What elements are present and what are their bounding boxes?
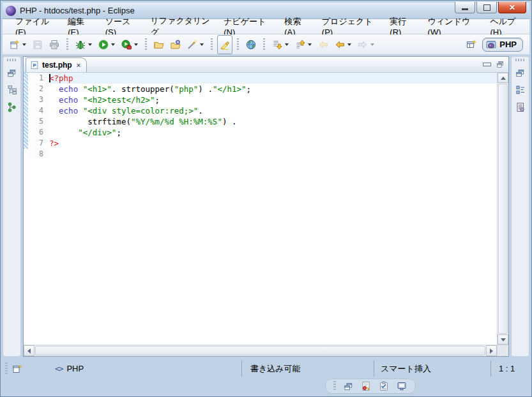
code-line[interactable]: 4 echo "<div style=color:red;>". <box>24 105 497 116</box>
web-browser-button[interactable] <box>243 35 259 54</box>
perspective-switcher: PHP <box>464 36 526 54</box>
forward-button[interactable] <box>355 35 377 54</box>
status-bar: <> PHP 書き込み可能 スマート挿入 1 : 1 <box>3 359 529 378</box>
previous-annotation-button[interactable] <box>293 35 314 54</box>
eclipse-window: PHP - htdocs/test.php - Eclipse ✕ ファイル(F… <box>0 0 532 397</box>
code-text: <?php <box>48 73 497 84</box>
code-line[interactable]: 5 strftime("%Y/%m/%d %H:%M:%S") . <box>24 116 497 127</box>
console-icon[interactable] <box>396 380 407 392</box>
save-icon <box>33 40 43 50</box>
code-line[interactable]: 1<?php <box>24 73 497 84</box>
horizontal-scrollbar[interactable] <box>24 345 497 356</box>
next-annotation-button[interactable] <box>270 35 291 54</box>
maximize-button[interactable] <box>476 2 497 13</box>
menu-bar: ファイル(F)編集(E)ソース(S)リファクタリングナビゲート(N)検索(A)プ… <box>3 19 529 34</box>
content-type-label: PHP <box>66 364 84 373</box>
external-tools-icon <box>121 40 132 50</box>
line-number: 1 <box>28 73 48 84</box>
dropdown-arrow-icon[interactable] <box>22 43 26 46</box>
horizontal-scroll-thumb[interactable] <box>35 346 485 356</box>
php-file-icon: P <box>30 61 39 70</box>
tab-label: test.php <box>42 61 72 70</box>
dropdown-arrow-icon[interactable] <box>347 43 351 46</box>
tasks-view-icon[interactable] <box>515 101 526 113</box>
dropdown-arrow-icon[interactable] <box>285 43 289 46</box>
tab-test-php[interactable]: P test.php × <box>26 57 87 72</box>
fast-view-icon[interactable] <box>11 363 23 375</box>
range-indicator <box>24 127 28 138</box>
php-perspective-button[interactable]: PHP <box>482 38 523 52</box>
outline-icon[interactable] <box>515 84 526 96</box>
tasks-icon[interactable] <box>378 380 390 392</box>
minimize-button[interactable] <box>455 2 475 13</box>
error-log-icon[interactable] <box>360 380 372 392</box>
range-indicator <box>24 73 28 84</box>
drag-handle[interactable] <box>515 59 526 61</box>
code-area[interactable]: 1<?php2 echo "<h1>". strtoupper("php") .… <box>24 73 497 345</box>
restore-views-icon[interactable] <box>6 67 18 79</box>
code-line[interactable]: 8 <box>24 149 497 160</box>
caret-position: 1 : 1 <box>499 364 515 373</box>
range-indicator <box>24 94 28 105</box>
mark-occurrences-button[interactable] <box>217 35 232 54</box>
toolbar-separator <box>66 38 68 51</box>
new-wizard-button[interactable] <box>7 35 29 54</box>
php-perspective-label: PHP <box>499 40 517 49</box>
search-tool-button[interactable] <box>185 35 206 54</box>
previous-annotation-icon <box>295 40 305 50</box>
restore-views-icon[interactable] <box>515 67 526 79</box>
scroll-left-button[interactable] <box>24 345 34 356</box>
writable-status: 書き込み可能 <box>250 363 301 375</box>
scroll-down-button[interactable] <box>498 334 508 345</box>
save-button[interactable] <box>30 35 45 54</box>
dropdown-arrow-icon[interactable] <box>111 43 115 46</box>
code-line[interactable]: 6 "</div>"; <box>24 127 497 138</box>
code-line[interactable]: 2 echo "<h1>". strtoupper("php") ."</h1>… <box>24 84 497 94</box>
forward-icon <box>358 40 368 50</box>
open-perspective-button[interactable] <box>464 36 478 54</box>
right-view-bar <box>511 56 529 357</box>
open-perspective-icon <box>466 40 476 50</box>
drag-handle[interactable] <box>7 59 17 61</box>
left-view-bar <box>3 56 21 357</box>
maximize-editor-icon[interactable] <box>496 60 505 68</box>
tab-close-icon[interactable]: × <box>77 61 80 69</box>
open-resource-button[interactable] <box>168 35 183 54</box>
last-edit-location-button[interactable] <box>315 35 331 54</box>
code-line[interactable]: 3 echo "<h2>test</h2>"; <box>24 94 497 105</box>
run-button[interactable] <box>96 35 118 54</box>
open-file-button[interactable] <box>151 35 167 54</box>
close-button[interactable]: ✕ <box>498 2 526 13</box>
minimize-icon <box>462 8 468 10</box>
bottom-trim <box>3 378 529 394</box>
arrow-up-icon <box>501 77 506 80</box>
line-number: 5 <box>28 116 48 127</box>
debug-button[interactable] <box>73 35 95 54</box>
code-line[interactable]: 7?> <box>24 138 497 149</box>
drag-handle[interactable] <box>333 381 336 391</box>
restore-tray-icon[interactable] <box>342 380 354 392</box>
mark-occurrences-icon <box>220 40 230 50</box>
back-button[interactable] <box>332 35 354 54</box>
dropdown-arrow-icon[interactable] <box>88 43 92 46</box>
code-text: echo "<h2>test</h2>"; <box>48 94 497 105</box>
arrow-right-icon <box>490 348 493 354</box>
scroll-up-button[interactable] <box>498 73 508 83</box>
dropdown-arrow-icon[interactable] <box>200 43 204 46</box>
drag-handle[interactable] <box>5 363 8 375</box>
print-button[interactable] <box>47 35 62 54</box>
code-text: echo "<h1>". strtoupper("php") ."</h1>"; <box>48 84 497 94</box>
range-indicator <box>24 138 28 149</box>
dropdown-arrow-icon[interactable] <box>370 43 374 46</box>
vertical-scroll-thumb[interactable] <box>498 84 508 334</box>
editor-area: P test.php × 1<?php2 echo "<h1>". strtou… <box>23 56 509 357</box>
minimize-editor-icon[interactable] <box>483 63 491 66</box>
new-wizard-icon <box>10 40 20 50</box>
vertical-scrollbar[interactable] <box>497 73 508 345</box>
scroll-right-button[interactable] <box>486 345 497 356</box>
type-hierarchy-icon[interactable] <box>6 101 18 113</box>
php-explorer-icon[interactable] <box>6 84 18 96</box>
dropdown-arrow-icon[interactable] <box>134 43 138 46</box>
external-tools-button[interactable] <box>119 35 141 54</box>
dropdown-arrow-icon[interactable] <box>308 43 312 46</box>
